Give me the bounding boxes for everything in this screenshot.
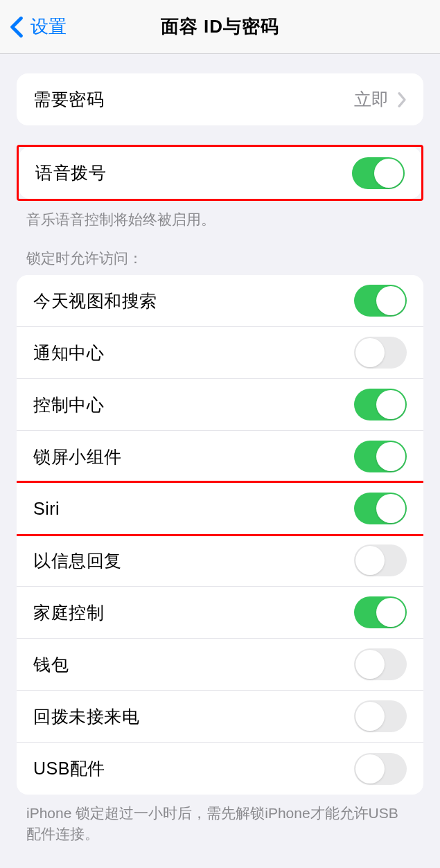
voice-dial-toggle[interactable] xyxy=(352,157,405,189)
wallet-row: 钱包 xyxy=(17,639,423,691)
today-view-toggle[interactable] xyxy=(354,285,407,317)
nav-header: 设置 面容 ID与密码 xyxy=(0,0,440,54)
lock-access-header: 锁定时允许访问： xyxy=(0,229,440,275)
return-calls-row: 回拨未接来电 xyxy=(17,691,423,743)
today-view-label: 今天视图和搜索 xyxy=(33,290,157,312)
control-center-toggle[interactable] xyxy=(354,389,407,420)
toggle-knob xyxy=(355,754,385,783)
settings-content: 需要密码 立即 语音拨号 音乐语音控制将始终被启用。 xyxy=(0,73,440,844)
control-center-row: 控制中心 xyxy=(17,379,423,431)
siri-row: Siri xyxy=(17,483,423,535)
toggle-knob xyxy=(376,390,405,419)
usb-accessories-toggle[interactable] xyxy=(354,753,407,785)
toggle-knob xyxy=(374,159,403,188)
reply-message-toggle[interactable] xyxy=(354,544,407,576)
require-passcode-card: 需要密码 立即 xyxy=(17,73,423,125)
chevron-left-icon xyxy=(10,16,24,38)
today-view-row: 今天视图和搜索 xyxy=(17,275,423,327)
wallet-label: 钱包 xyxy=(33,653,69,676)
lock-access-card: 今天视图和搜索 通知中心 控制中心 锁屏小组件 Siri 以信息回复 家庭控制 xyxy=(17,275,423,795)
usb-accessories-label: USB配件 xyxy=(33,757,105,780)
usb-footer: iPhone 锁定超过一小时后，需先解锁iPhone才能允许USB 配件连接。 xyxy=(0,795,440,844)
toggle-knob xyxy=(376,494,405,523)
voice-dial-highlight: 语音拨号 xyxy=(17,145,423,201)
home-control-label: 家庭控制 xyxy=(33,601,104,624)
require-passcode-row[interactable]: 需要密码 立即 xyxy=(17,73,423,125)
lock-widgets-label: 锁屏小组件 xyxy=(33,445,122,468)
toggle-knob xyxy=(355,338,385,367)
notification-center-row: 通知中心 xyxy=(17,327,423,379)
back-button[interactable]: 设置 xyxy=(0,15,67,39)
chevron-right-icon xyxy=(397,91,407,108)
back-label: 设置 xyxy=(30,15,67,39)
lock-widgets-toggle[interactable] xyxy=(354,441,407,472)
require-passcode-value: 立即 xyxy=(354,88,389,111)
toggle-knob xyxy=(376,286,405,315)
page-title: 面容 ID与密码 xyxy=(161,15,279,39)
require-passcode-label: 需要密码 xyxy=(33,88,104,111)
notification-center-label: 通知中心 xyxy=(33,342,104,364)
lock-widgets-row: 锁屏小组件 xyxy=(17,431,423,483)
reply-message-row: 以信息回复 xyxy=(17,535,423,587)
toggle-knob xyxy=(355,702,385,731)
require-passcode-value-wrap: 立即 xyxy=(354,88,407,111)
return-calls-toggle[interactable] xyxy=(354,700,407,732)
home-control-row: 家庭控制 xyxy=(17,587,423,639)
control-center-label: 控制中心 xyxy=(33,393,104,416)
toggle-knob xyxy=(355,650,385,679)
voice-dial-label: 语音拨号 xyxy=(35,161,106,184)
reply-message-label: 以信息回复 xyxy=(33,549,122,572)
toggle-knob xyxy=(376,598,405,627)
voice-dial-card: 语音拨号 xyxy=(19,147,421,199)
siri-label: Siri xyxy=(33,499,60,519)
return-calls-label: 回拨未接来电 xyxy=(33,705,139,728)
voice-dial-footer: 音乐语音控制将始终被启用。 xyxy=(0,201,440,229)
usb-accessories-row: USB配件 xyxy=(17,743,423,795)
wallet-toggle[interactable] xyxy=(354,648,407,680)
voice-dial-row: 语音拨号 xyxy=(19,147,421,199)
toggle-knob xyxy=(376,442,405,471)
home-control-toggle[interactable] xyxy=(354,596,407,628)
siri-toggle[interactable] xyxy=(354,493,407,524)
toggle-knob xyxy=(355,546,385,575)
notification-center-toggle[interactable] xyxy=(354,337,407,369)
